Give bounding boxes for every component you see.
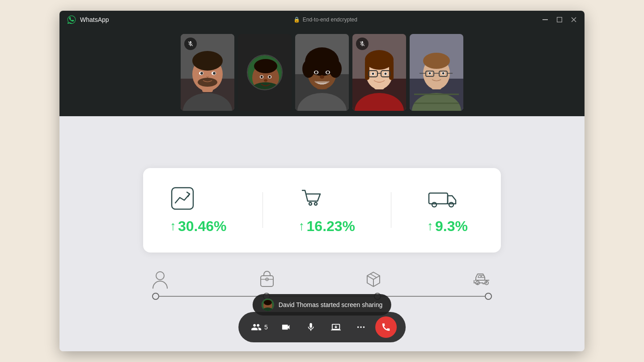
- participant-tile-1: [181, 34, 234, 111]
- car-icon: [472, 270, 492, 286]
- participant-tile-2: [238, 34, 292, 111]
- svg-point-35: [326, 71, 329, 74]
- close-button[interactable]: [570, 16, 577, 23]
- svg-point-70: [309, 202, 312, 205]
- minimize-button[interactable]: [542, 16, 549, 23]
- svg-point-67: [429, 72, 431, 75]
- app-title: WhatsApp: [80, 16, 109, 23]
- svg-rect-44: [389, 60, 394, 80]
- svg-point-83: [264, 300, 272, 305]
- svg-point-59: [423, 53, 450, 69]
- video-button[interactable]: [275, 316, 297, 338]
- svg-point-85: [357, 326, 359, 328]
- svg-rect-0: [542, 19, 548, 20]
- participants-strip: [59, 29, 585, 116]
- svg-point-36: [320, 75, 324, 79]
- participant-count-label: 5: [264, 324, 268, 331]
- participant-3-face: [295, 34, 349, 111]
- svg-point-14: [213, 72, 216, 75]
- svg-point-34: [315, 71, 318, 74]
- participant-tile-4: [352, 34, 406, 111]
- title-bar: WhatsApp 🔒 End-to-end endcrypted: [59, 11, 585, 29]
- svg-rect-76: [261, 276, 273, 286]
- mute-badge-4: [356, 38, 369, 50]
- svg-rect-72: [429, 193, 448, 204]
- stat-value-2: ↑ 16.23%: [299, 218, 356, 235]
- end-call-button[interactable]: [375, 316, 397, 338]
- mic-button[interactable]: [300, 316, 322, 338]
- svg-point-23: [264, 79, 267, 82]
- david-avatar: [247, 55, 283, 90]
- svg-point-71: [314, 202, 317, 205]
- stat-item-cart: ↑ 16.23%: [299, 186, 356, 235]
- participant-tile-3: [295, 34, 349, 111]
- encryption-label: End-to-end endcrypted: [303, 17, 357, 23]
- svg-point-22: [269, 76, 271, 78]
- timeline-dot-4: [485, 293, 492, 300]
- stats-card: ↑ 30.46% ↑ 16.23%: [143, 168, 501, 253]
- svg-rect-1: [557, 17, 562, 22]
- toast-message-text: David Thomas started screen sharing: [279, 301, 382, 308]
- mic-off-icon: [187, 41, 194, 47]
- maximize-button[interactable]: [556, 16, 563, 23]
- more-button[interactable]: [350, 316, 372, 338]
- screen-share-area: ↑ 30.46% ↑ 16.23%: [59, 116, 585, 351]
- svg-point-10: [198, 78, 217, 87]
- svg-point-75: [156, 272, 164, 280]
- svg-rect-69: [172, 188, 193, 209]
- stat-value-1: ↑ 30.46%: [170, 218, 227, 235]
- bag-icon: [259, 270, 275, 288]
- more-icon: [356, 322, 366, 332]
- mute-badge-1: [184, 38, 197, 50]
- svg-rect-43: [365, 60, 369, 80]
- timeline-segment-3: [381, 296, 485, 297]
- title-bar-left: WhatsApp: [67, 15, 109, 25]
- svg-point-73: [432, 202, 436, 207]
- participants-control[interactable]: 5: [247, 322, 271, 333]
- end-call-icon: [381, 322, 391, 332]
- truck-icon: [427, 186, 458, 211]
- whatsapp-logo-icon: [67, 15, 76, 25]
- mic-icon: [306, 322, 316, 332]
- svg-point-50: [372, 73, 374, 75]
- timeline-icons: [143, 270, 501, 289]
- svg-point-87: [363, 326, 364, 328]
- toast-avatar: [262, 299, 274, 311]
- stat-item-analytics: ↑ 30.46%: [170, 186, 227, 235]
- participant-tile-5: [410, 34, 463, 111]
- svg-point-21: [261, 76, 263, 78]
- svg-point-68: [442, 72, 445, 75]
- svg-point-74: [449, 202, 453, 207]
- screen-share-button[interactable]: [325, 316, 347, 338]
- box-icon: [365, 270, 381, 288]
- lock-icon: 🔒: [293, 17, 300, 23]
- screen-share-icon: [331, 322, 341, 332]
- timeline-segment-1: [159, 296, 263, 297]
- person-icon: [152, 270, 168, 289]
- stat-arrow-2: ↑: [299, 219, 305, 233]
- participant-5-face: [410, 34, 463, 111]
- svg-point-13: [200, 72, 203, 75]
- window-controls: [542, 16, 577, 23]
- app-window: WhatsApp 🔒 End-to-end endcrypted: [59, 11, 585, 351]
- video-icon: [281, 322, 291, 332]
- divider-2: [391, 192, 391, 228]
- timeline-dot-1: [152, 293, 159, 300]
- svg-point-31: [329, 60, 342, 78]
- encryption-indicator: 🔒 End-to-end endcrypted: [109, 17, 542, 23]
- svg-point-17: [254, 59, 277, 73]
- cart-icon: [299, 186, 324, 211]
- stat-arrow-3: ↑: [427, 219, 433, 233]
- chart-icon: [170, 186, 195, 211]
- call-controls: 5: [238, 312, 406, 342]
- stat-value-3: ↑ 9.3%: [427, 218, 468, 235]
- participants-icon: [251, 322, 262, 333]
- svg-point-30: [302, 60, 315, 78]
- svg-point-51: [385, 73, 387, 75]
- stat-item-delivery: ↑ 9.3%: [427, 186, 474, 235]
- divider-1: [263, 192, 263, 228]
- svg-point-9: [192, 51, 223, 71]
- svg-point-86: [360, 326, 362, 328]
- stat-arrow-1: ↑: [170, 219, 176, 233]
- mic-off-icon-4: [359, 41, 365, 47]
